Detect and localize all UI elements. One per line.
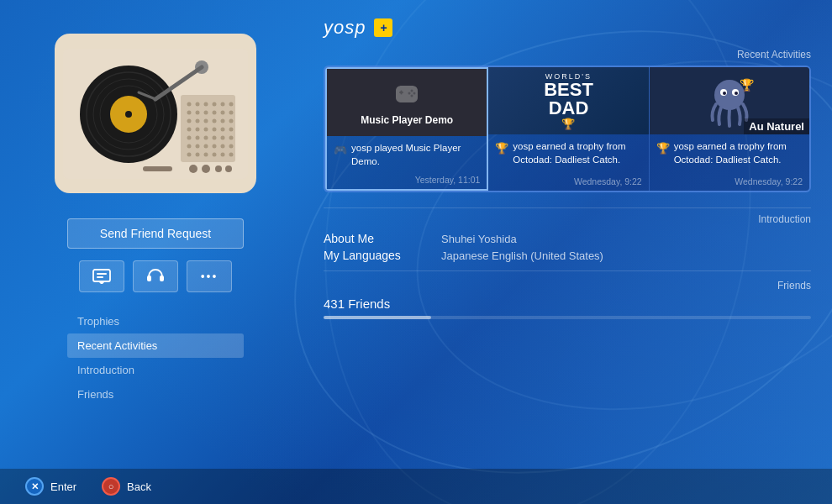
about-me-value: Shuhei Yoshida [441, 233, 517, 245]
activity-card-worlds-best[interactable]: WORLD'S BESTDAD 🏆 🏆 yosp earned a trophy… [488, 67, 649, 191]
svg-point-15 [221, 102, 225, 106]
back-button[interactable]: ○ [102, 477, 120, 496]
svg-point-54 [202, 165, 210, 173]
recent-activities-label: Recent Activities [324, 49, 811, 60]
languages-value: Japanese English (United States) [441, 249, 603, 262]
activity-body-worlds: 🏆 yosp earned a trophy from Octodad: Dad… [488, 134, 648, 173]
turntable-illustration [63, 49, 248, 179]
circle-icon: ○ [108, 481, 114, 491]
svg-point-40 [229, 135, 234, 139]
action-icons-row: ••• [79, 260, 232, 292]
activity-thumb-music: Music Player Demo [327, 69, 487, 136]
svg-rect-58 [93, 270, 110, 281]
back-action[interactable]: ○ Back [102, 477, 151, 496]
activity-time-naturel: Wednesday, 9:22 [650, 173, 809, 191]
svg-point-19 [204, 110, 208, 114]
svg-point-44 [213, 144, 217, 148]
languages-row: My Languages Japanese English (United St… [324, 249, 811, 262]
svg-point-30 [196, 127, 200, 131]
svg-marker-59 [98, 281, 105, 284]
nav-item-trophies[interactable]: Trophies [67, 309, 244, 333]
enter-button[interactable]: ✕ [25, 477, 44, 496]
activity-desc-worlds: 🏆 yosp earned a trophy from Octodad: Dad… [495, 140, 641, 166]
nav-item-recent-activities[interactable]: Recent Activities [67, 333, 244, 358]
activity-text-naturel: yosp earned a trophy from Octodad: Dadli… [674, 140, 803, 166]
activity-body-music: 🎮 yosp played Music Player Demo. [327, 136, 487, 171]
svg-point-22 [229, 110, 234, 114]
music-card-content: Music Player Demo [356, 69, 457, 136]
languages-key: My Languages [324, 249, 416, 262]
wb-trophy-icon: 🏆 [561, 118, 575, 130]
svg-point-68 [408, 92, 411, 95]
svg-point-39 [221, 135, 225, 139]
svg-point-66 [411, 90, 413, 92]
svg-point-13 [204, 102, 208, 106]
svg-point-67 [413, 92, 416, 95]
svg-point-31 [204, 127, 208, 131]
nav-item-friends[interactable]: Friends [67, 382, 244, 407]
activity-card-au-naturel[interactable]: 🏆 Au Naturel 🏆 yosp earned a trophy from… [650, 67, 809, 191]
activity-text-worlds: yosp earned a trophy from Octodad: Dadli… [513, 140, 641, 166]
activity-desc-naturel: 🏆 yosp earned a trophy from Octodad: Dad… [656, 140, 803, 166]
send-friend-request-button[interactable]: Send Friend Request [67, 218, 244, 249]
activity-text-music: yosp played Music Player Demo. [351, 142, 480, 168]
svg-rect-65 [401, 91, 403, 95]
svg-point-29 [187, 127, 192, 131]
svg-point-16 [229, 102, 234, 106]
svg-point-34 [229, 127, 234, 131]
username: yosp [324, 17, 366, 39]
svg-point-14 [213, 102, 217, 106]
svg-point-12 [196, 102, 200, 106]
ps-plus-badge: + [374, 18, 392, 37]
message-icon [92, 269, 111, 284]
svg-point-11 [187, 102, 192, 106]
au-naturel-title-overlay: Au Naturel [744, 118, 809, 134]
trophy-icon-worlds: 🏆 [495, 141, 508, 156]
activity-thumb-worldsbest: WORLD'S BESTDAD 🏆 [488, 67, 648, 134]
svg-point-69 [411, 95, 413, 97]
friends-section: Friends 431 Friends [324, 280, 811, 319]
svg-point-73 [723, 92, 726, 95]
svg-point-25 [204, 118, 208, 123]
enter-action[interactable]: ✕ Enter [25, 477, 76, 496]
friends-bar-fill [324, 316, 431, 319]
svg-point-21 [221, 110, 225, 114]
svg-rect-61 [97, 276, 103, 278]
main-content: Send Friend Request ••• [0, 0, 832, 504]
svg-point-56 [225, 165, 232, 172]
svg-point-55 [215, 165, 222, 172]
message-button[interactable] [79, 260, 124, 292]
svg-point-28 [229, 118, 234, 123]
left-panel: Send Friend Request ••• [0, 0, 311, 504]
enter-label: Enter [50, 480, 76, 493]
trophy-icon-naturel: 🏆 [656, 141, 670, 156]
about-me-row: About Me Shuhei Yoshida [324, 232, 811, 245]
cross-icon: ✕ [31, 481, 39, 492]
headset-button[interactable] [133, 260, 178, 292]
activity-desc-music: 🎮 yosp played Music Player Demo. [334, 142, 480, 168]
friends-divider [324, 270, 811, 271]
activity-thumb-naturel: 🏆 Au Naturel [650, 67, 809, 134]
svg-point-48 [196, 152, 200, 156]
svg-point-32 [213, 127, 217, 131]
svg-point-23 [187, 118, 192, 123]
svg-point-51 [221, 152, 225, 156]
friends-count: 431 Friends [324, 297, 811, 311]
headset-icon [146, 268, 165, 285]
more-options-button[interactable]: ••• [187, 260, 232, 292]
right-panel: yosp + Recent Activities [311, 0, 832, 504]
svg-point-17 [187, 110, 192, 114]
svg-point-46 [229, 144, 234, 148]
nav-item-introduction[interactable]: Introduction [67, 358, 244, 382]
about-me-key: About Me [324, 232, 416, 245]
username-row: yosp + [324, 17, 811, 39]
activity-card-music-player[interactable]: Music Player Demo 🎮 yosp played Music Pl… [325, 67, 488, 191]
music-card-title: Music Player Demo [356, 114, 457, 126]
activities-container: Music Player Demo 🎮 yosp played Music Pl… [324, 66, 811, 192]
svg-point-52 [229, 152, 234, 156]
svg-point-20 [213, 110, 217, 114]
svg-point-50 [213, 152, 217, 156]
wb-best-dad-text: BESTDAD [544, 81, 593, 118]
back-label: Back [127, 480, 151, 493]
svg-point-45 [221, 144, 225, 148]
